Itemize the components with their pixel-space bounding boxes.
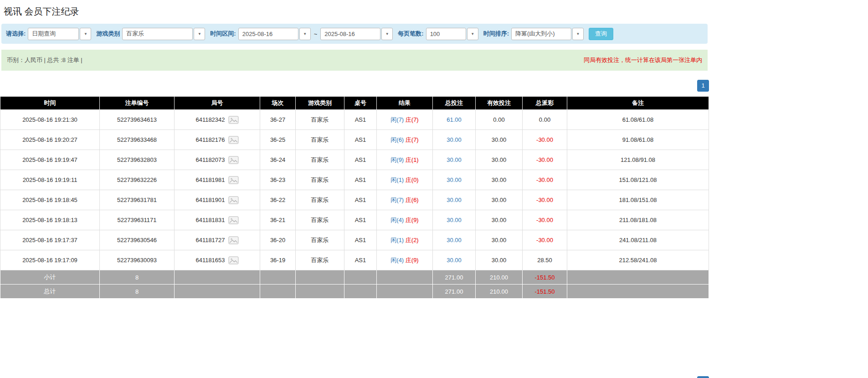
- page-size-dropdown-button[interactable]: ▼: [467, 28, 478, 40]
- total-bet-link[interactable]: 30.00: [447, 176, 462, 183]
- total-bet-link[interactable]: 61.00: [447, 116, 462, 123]
- table-row: 2025-08-16 19:21:30 522739634613 6411823…: [0, 110, 709, 130]
- page-size-label: 每页笔数:: [398, 30, 423, 38]
- time-sort-label: 时间排序:: [483, 30, 509, 38]
- table-row: 2025-08-16 19:18:13 522739631171 6411818…: [0, 210, 709, 230]
- round-replay-button[interactable]: [228, 136, 239, 144]
- query-type-dropdown-button[interactable]: ▼: [80, 28, 91, 40]
- result-player: 闲(4): [390, 257, 404, 264]
- page-button-1[interactable]: 1: [697, 80, 709, 92]
- total-bet-link[interactable]: 30.00: [447, 136, 462, 143]
- date-to-input[interactable]: [320, 28, 380, 40]
- cell-bet-id: 522739631171: [100, 210, 175, 230]
- video-replay-icon: [228, 216, 239, 224]
- subtotal-row: 小计 8 271.00 210.00 -151.50: [0, 270, 709, 285]
- total-bet-link[interactable]: 30.00: [447, 237, 462, 243]
- header-game-type: 游戏类别: [296, 97, 344, 110]
- time-sort-input[interactable]: [511, 28, 571, 40]
- cell-total-bet: 30.00: [433, 150, 476, 170]
- result-banker: 庄(9): [406, 257, 419, 264]
- game-type-dropdown-button[interactable]: ▼: [194, 28, 205, 40]
- header-table-no: 桌号: [344, 97, 377, 110]
- cell-remark: 211.08/181.08: [567, 210, 709, 230]
- cell-session: 36-22: [260, 190, 296, 210]
- query-type-label: 请选择:: [6, 30, 26, 38]
- cell-session: 36-19: [260, 250, 296, 270]
- query-type-input[interactable]: [28, 28, 79, 40]
- cell-round: 641182073: [175, 150, 260, 170]
- total-bet-link[interactable]: 30.00: [447, 217, 462, 223]
- date-from-dropdown-button[interactable]: ▼: [299, 28, 311, 40]
- cell-session: 36-21: [260, 210, 296, 230]
- header-bet-id: 注单编号: [100, 97, 175, 110]
- table-row: 2025-08-16 19:19:11 522739632226 6411819…: [0, 170, 709, 190]
- video-replay-icon: [228, 236, 239, 244]
- cell-game-type: 百家乐: [296, 250, 344, 270]
- result-banker: 庄(1): [406, 156, 419, 163]
- cell-game-type: 百家乐: [296, 210, 344, 230]
- game-type-input[interactable]: [122, 28, 193, 40]
- page-content: 视讯 会员下注纪录 请选择: ▼ 游戏类别 ▼ 时间区间: ▼ ~ ▼ 每页笔数…: [0, 0, 709, 378]
- round-replay-button[interactable]: [228, 216, 239, 224]
- cell-payout: -30.00: [523, 210, 567, 230]
- cell-valid-bet: 30.00: [476, 230, 523, 250]
- round-replay-button[interactable]: [228, 116, 239, 124]
- table-row: 2025-08-16 19:18:45 522739631781 6411819…: [0, 190, 709, 210]
- video-replay-icon: [228, 176, 239, 184]
- cell-payout: -30.00: [523, 190, 567, 210]
- header-remark: 备注: [567, 97, 709, 110]
- cell-result: 闲(6) 庄(7): [377, 130, 433, 150]
- cell-remark: 212.58/241.08: [567, 250, 709, 270]
- date-from-input[interactable]: [238, 28, 298, 40]
- cell-payout: -30.00: [523, 130, 567, 150]
- round-replay-button[interactable]: [228, 196, 239, 204]
- page-size-input[interactable]: [426, 28, 466, 40]
- result-player: 闲(4): [390, 217, 404, 223]
- video-replay-icon: [228, 196, 239, 204]
- table-row: 2025-08-16 19:20:27 522739633468 6411821…: [0, 130, 709, 150]
- subtotal-label: 小计: [0, 270, 100, 285]
- table-row: 2025-08-16 19:17:37 522739630546 6411817…: [0, 230, 709, 250]
- cell-time: 2025-08-16 19:20:27: [0, 130, 100, 150]
- result-player: 闲(1): [390, 176, 404, 183]
- cell-table-no: AS1: [344, 190, 377, 210]
- cell-bet-id: 522739632803: [100, 150, 175, 170]
- round-replay-button[interactable]: [228, 256, 239, 264]
- date-from-combobox: ▼: [238, 28, 311, 40]
- cell-valid-bet: 30.00: [476, 130, 523, 150]
- header-time: 时间: [0, 97, 100, 110]
- search-button[interactable]: 查询: [589, 28, 613, 40]
- result-banker: 庄(0): [406, 176, 419, 183]
- cell-time: 2025-08-16 19:19:11: [0, 170, 100, 190]
- page-button-1-bottom[interactable]: 1: [697, 376, 709, 378]
- date-to-dropdown-button[interactable]: ▼: [381, 28, 393, 40]
- cell-time: 2025-08-16 19:17:37: [0, 230, 100, 250]
- total-bet-link[interactable]: 30.00: [447, 156, 462, 163]
- cell-session: 36-23: [260, 170, 296, 190]
- round-id: 641182342: [195, 116, 225, 123]
- total-bet-link[interactable]: 30.00: [447, 197, 462, 203]
- cell-table-no: AS1: [344, 230, 377, 250]
- cell-game-type: 百家乐: [296, 170, 344, 190]
- empty-cell: [344, 270, 377, 285]
- cell-result: 闲(4) 庄(9): [377, 210, 433, 230]
- time-sort-dropdown-button[interactable]: ▼: [572, 28, 584, 40]
- cell-bet-id: 522739634613: [100, 110, 175, 130]
- round-replay-button[interactable]: [228, 156, 239, 164]
- cell-result: 闲(9) 庄(1): [377, 150, 433, 170]
- empty-cell: [260, 285, 296, 299]
- valid-bet-note: 同局有效投注，统一计算在该局第一张注单内: [584, 56, 702, 64]
- empty-cell: [296, 285, 344, 299]
- total-bet-link[interactable]: 30.00: [447, 257, 462, 264]
- round-replay-button[interactable]: [228, 176, 239, 184]
- result-player: 闲(7): [390, 116, 404, 123]
- empty-cell: [260, 270, 296, 285]
- cell-valid-bet: 30.00: [476, 170, 523, 190]
- round-replay-button[interactable]: [228, 236, 239, 244]
- date-range-separator: ~: [314, 31, 318, 37]
- header-round: 局号: [175, 97, 260, 110]
- empty-cell: [567, 285, 709, 299]
- round-id: 641181653: [195, 257, 225, 264]
- result-player: 闲(7): [390, 197, 404, 203]
- cell-session: 36-27: [260, 110, 296, 130]
